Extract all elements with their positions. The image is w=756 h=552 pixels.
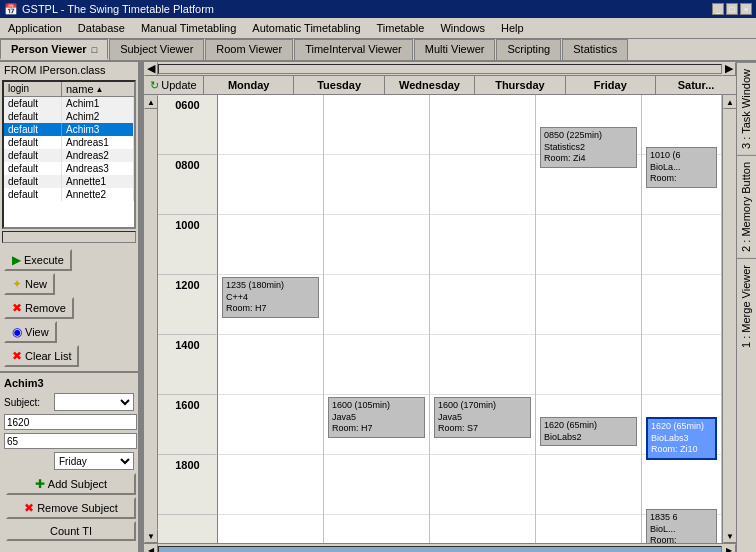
execute-button[interactable]: ▶ Execute [4, 249, 72, 271]
tab-room-viewer[interactable]: Room Viewer [205, 39, 293, 60]
tab-statistics[interactable]: Statistics [562, 39, 628, 60]
saturday-header: Satur... [656, 76, 736, 94]
event-biolabs3-highlighted[interactable]: 1620 (65min)BioLabs3Room: Zi10 [646, 417, 717, 460]
execute-icon: ▶ [12, 253, 21, 267]
side-tab-memory-button[interactable]: 2 : Memory Button [737, 155, 756, 258]
time-0800: 0800 [158, 155, 218, 215]
add-subject-button[interactable]: ✚ Add Subject [6, 473, 136, 495]
new-icon: ✦ [12, 277, 22, 291]
h-scrollbar-track[interactable] [158, 546, 722, 553]
tab-multi-viewer[interactable]: Multi Viewer [414, 39, 496, 60]
left-panel: FROM IPerson.class login name ▲ default … [0, 62, 140, 552]
field2-input[interactable] [4, 433, 137, 449]
remove-icon: ✖ [12, 301, 22, 315]
timetable-body-container: ▲ ▼ 0600 0800 1000 1200 1400 1600 1800 [144, 95, 736, 543]
menu-automatic-timetabling[interactable]: Automatic Timetabling [248, 20, 364, 36]
person-list-body[interactable]: default Achim1 default Achim2 default Ac… [4, 97, 134, 227]
field3-row: Friday Monday Tuesday Wednesday Thursday… [4, 452, 134, 470]
menu-application[interactable]: Application [4, 20, 66, 36]
maximize-button[interactable]: □ [726, 3, 738, 15]
side-tab-merge-viewer[interactable]: 1 : Merge Viewer [737, 258, 756, 354]
field1-row [4, 414, 134, 430]
scroll-left-button[interactable]: ◀ [144, 62, 158, 76]
wednesday-column: 1600 (170min)Java5Room: S7 [430, 95, 536, 543]
hscroll-left-button[interactable]: ◀ [144, 544, 158, 553]
menu-help[interactable]: Help [497, 20, 528, 36]
menu-bar: Application Database Manual Timetabling … [0, 18, 756, 39]
hscroll-right-button[interactable]: ▶ [722, 544, 736, 553]
count-ti-button[interactable]: Count TI [6, 521, 136, 541]
right-vscroll: ▲ ▼ [722, 95, 736, 543]
table-row[interactable]: default Achim2 [4, 110, 134, 123]
remove-subject-button[interactable]: ✖ Remove Subject [6, 497, 136, 519]
person-viewer-icon: □ [92, 45, 97, 55]
vscroll-down2-button[interactable]: ▼ [723, 529, 736, 543]
clear-button[interactable]: ✖ Clear List [4, 345, 79, 367]
event-java5-s7[interactable]: 1600 (170min)Java5Room: S7 [434, 397, 531, 438]
side-tab-task-window[interactable]: 3 : Task Window [737, 62, 756, 155]
menu-manual-timetabling[interactable]: Manual Timetabling [137, 20, 240, 36]
time-1800: 1800 [158, 455, 218, 515]
table-row[interactable]: default Andreas2 [4, 149, 134, 162]
table-row[interactable]: default Andreas1 [4, 136, 134, 149]
tab-scripting[interactable]: Scripting [496, 39, 561, 60]
app-icon: 📅 [4, 3, 18, 16]
view-button[interactable]: ◉ View [4, 321, 57, 343]
menu-timetable[interactable]: Timetable [373, 20, 429, 36]
tab-subject-viewer[interactable]: Subject Viewer [109, 39, 204, 60]
friday-column: 1010 (6BioLa...Room: 1620 (65min)BioLabs… [642, 95, 722, 543]
remove-button[interactable]: ✖ Remove [4, 297, 74, 319]
minimize-button[interactable]: _ [712, 3, 724, 15]
menu-database[interactable]: Database [74, 20, 129, 36]
table-row[interactable]: default Andreas3 [4, 162, 134, 175]
vscroll-down-button[interactable]: ▼ [144, 529, 158, 543]
scroll-right-button[interactable]: ▶ [722, 62, 736, 76]
window-title: GSTPL - The Swing Timetable Platform [22, 3, 214, 15]
tab-bar: Person Viewer □ Subject Viewer Room View… [0, 39, 756, 62]
wednesday-header: Wednesday [385, 76, 475, 94]
top-scrollbar[interactable] [158, 64, 722, 74]
field2-row [4, 433, 134, 449]
event-java5-h7[interactable]: 1600 (105min)Java5Room: H7 [328, 397, 425, 438]
table-row[interactable]: default Annette1 [4, 175, 134, 188]
person-list[interactable]: login name ▲ default Achim1 default Achi… [2, 80, 136, 229]
update-button[interactable]: ↻ Update [144, 76, 204, 94]
close-button[interactable]: × [740, 3, 752, 15]
time-1000: 1000 [158, 215, 218, 275]
timetable-header: ↻ Update Monday Tuesday Wednesday Thursd… [144, 76, 736, 95]
new-button[interactable]: ✦ New [4, 273, 55, 295]
subject-select[interactable] [54, 393, 134, 411]
tab-timeinterval-viewer[interactable]: TimeInterval Viewer [294, 39, 413, 60]
event-biol-1835[interactable]: 1835 6BioL...Room: [646, 509, 717, 543]
sort-arrow-icon: ▲ [96, 85, 104, 94]
vscroll-track2[interactable] [723, 109, 736, 529]
view-icon: ◉ [12, 325, 22, 339]
person-name: Achim3 [4, 377, 134, 389]
main-content: FROM IPerson.class login name ▲ default … [0, 62, 756, 552]
timetable-scroll[interactable]: 0600 0800 1000 1200 1400 1600 1800 [158, 95, 722, 543]
table-row[interactable]: default Achim3 [4, 123, 134, 136]
vscroll-up2-button[interactable]: ▲ [723, 95, 736, 109]
field1-input[interactable] [4, 414, 137, 430]
event-biola-1010[interactable]: 1010 (6BioLa...Room: [646, 147, 717, 188]
menu-windows[interactable]: Windows [436, 20, 489, 36]
tab-person-viewer[interactable]: Person Viewer □ [0, 39, 108, 60]
timetable-inner: 0600 0800 1000 1200 1400 1600 1800 [158, 95, 722, 543]
list-h-scrollbar[interactable] [2, 231, 136, 243]
update-icon: ↻ [150, 79, 159, 92]
vscroll-up-button[interactable]: ▲ [144, 95, 158, 109]
table-row[interactable]: default Annette2 [4, 188, 134, 201]
vscroll-track[interactable] [144, 109, 157, 529]
event-biolabs2[interactable]: 1620 (65min)BioLabs2 [540, 417, 637, 446]
event-statistics2-zi4[interactable]: 0850 (225min)Statistics2Room: Zi4 [540, 127, 637, 168]
day-select[interactable]: Friday Monday Tuesday Wednesday Thursday… [54, 452, 134, 470]
subject-row: Subject: [4, 393, 134, 411]
event-cpp4[interactable]: 1235 (180min)C++4Room: H7 [222, 277, 319, 318]
name-column-header[interactable]: name ▲ [62, 82, 134, 96]
remove-subject-icon: ✖ [24, 501, 34, 515]
time-1200: 1200 [158, 275, 218, 335]
friday-header: Friday [566, 76, 656, 94]
tuesday-header: Tuesday [294, 76, 384, 94]
table-row[interactable]: default Achim1 [4, 97, 134, 110]
time-0600: 0600 [158, 95, 218, 155]
